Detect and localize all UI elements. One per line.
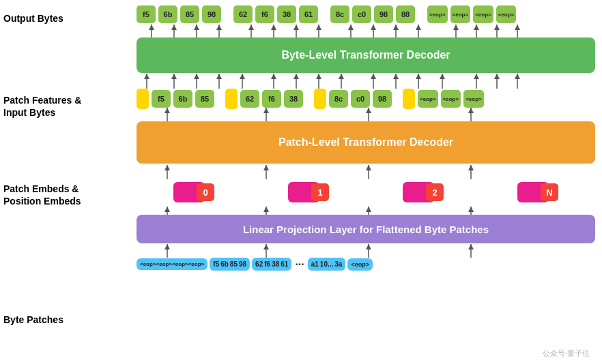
- svg-marker-23: [416, 25, 421, 30]
- watermark: 公众号·量子位: [543, 348, 590, 359]
- pf-eop2: <eop>: [441, 90, 461, 108]
- bp-a1: a1: [311, 260, 319, 268]
- output-eop-4: <eop>: [496, 5, 517, 23]
- svg-marker-37: [194, 74, 199, 79]
- bp-group4: a1 10... 3a: [308, 258, 346, 271]
- svg-marker-85: [366, 207, 371, 212]
- bp-f5: f5: [213, 260, 219, 268]
- bp-group3: 62 f6 38 61: [252, 258, 291, 271]
- pf-85: 85: [195, 90, 214, 108]
- svg-marker-81: [164, 207, 170, 212]
- svg-marker-95: [468, 244, 474, 249]
- pf-f6: f6: [262, 90, 281, 108]
- patch-feat-yellow-1: [137, 89, 149, 109]
- embed-num-1: 1: [311, 183, 329, 201]
- main-content: f5 6b 85 98 62 f6 38 61 8c c0 98 88 <eop…: [137, 0, 602, 364]
- output-byte-6b: 6b: [158, 5, 177, 23]
- svg-marker-7: [216, 25, 222, 30]
- patch-embed-n: N: [517, 179, 558, 205]
- svg-marker-11: [271, 25, 276, 30]
- svg-marker-43: [271, 74, 276, 79]
- svg-marker-27: [474, 25, 479, 30]
- bp-dots: ···: [293, 258, 305, 271]
- embed-num-2: 2: [426, 183, 444, 201]
- svg-marker-33: [144, 74, 149, 79]
- patch-feat-yellow-2: [225, 89, 238, 109]
- patch-embeds-row: 0 1 2 N: [137, 179, 595, 205]
- svg-marker-53: [393, 74, 399, 79]
- svg-marker-89: [164, 244, 170, 249]
- row-labels: Output Bytes Patch Features & Input Byte…: [0, 0, 137, 364]
- bp-group5: <eop>: [347, 258, 373, 271]
- bp-3a: 3a: [334, 260, 342, 268]
- svg-marker-51: [371, 74, 376, 79]
- label-output-bytes: Output Bytes: [3, 12, 130, 25]
- pf-38: 38: [284, 90, 303, 108]
- bp-eop-seq: <eop><eop><eop><eop>: [140, 261, 204, 267]
- patch-transformer-box: Patch-Level Transformer Decoder: [137, 121, 595, 164]
- svg-marker-83: [263, 207, 269, 212]
- pf-6b: 6b: [173, 90, 192, 108]
- svg-marker-77: [366, 165, 371, 170]
- patch-feat-yellow-3: [314, 89, 326, 109]
- diagram-container: Output Bytes Patch Features & Input Byte…: [0, 0, 602, 364]
- svg-marker-59: [474, 74, 479, 79]
- patch-embed-0: 0: [173, 179, 214, 205]
- output-byte-f6: f6: [255, 5, 274, 23]
- bp-10: 10...: [320, 260, 333, 268]
- output-byte-98: 98: [202, 5, 221, 23]
- svg-marker-49: [339, 74, 344, 79]
- output-eop-1: <eop>: [427, 5, 448, 23]
- svg-marker-17: [348, 25, 354, 30]
- output-byte-88: 88: [396, 5, 415, 23]
- pf-c0: c0: [351, 90, 370, 108]
- patch-features-row: f5 6b 85 62 f6 38 8c c0 98 <eop> <eop> <…: [137, 89, 595, 109]
- byte-transformer-box: Byte-Level Transformer Decoder: [137, 37, 595, 73]
- patch-transformer-label: Patch-Level Transformer Decoder: [278, 136, 453, 149]
- svg-marker-87: [468, 207, 474, 212]
- svg-marker-41: [240, 74, 245, 79]
- pf-f5: f5: [152, 90, 171, 108]
- output-byte-85: 85: [180, 5, 199, 23]
- label-patch-features: Patch Features & Input Bytes: [3, 94, 130, 119]
- bp-f6: f6: [264, 260, 270, 268]
- bp-group2: f5 6b 85 98: [210, 258, 250, 271]
- bp-6b: 6b: [220, 260, 229, 268]
- svg-marker-39: [216, 74, 222, 79]
- pf-8c: 8c: [329, 90, 348, 108]
- bp-group1: <eop><eop><eop><eop>: [137, 258, 207, 270]
- svg-marker-21: [393, 25, 399, 30]
- svg-marker-5: [194, 25, 199, 30]
- linear-projection-box: Linear Projection Layer for Flattened By…: [137, 215, 595, 243]
- svg-marker-1: [149, 25, 154, 30]
- output-byte-38: 38: [277, 5, 296, 23]
- svg-marker-75: [263, 165, 269, 170]
- pf-eop3: <eop>: [463, 90, 484, 108]
- linear-projection-label: Linear Projection Layer for Flattened By…: [243, 224, 489, 235]
- svg-marker-15: [316, 25, 321, 30]
- svg-marker-93: [366, 244, 371, 249]
- svg-marker-3: [171, 25, 177, 30]
- bp-eop-end: <eop>: [351, 261, 369, 268]
- output-byte-8c: 8c: [330, 5, 349, 23]
- svg-marker-25: [453, 25, 459, 30]
- output-byte-61: 61: [299, 5, 318, 23]
- svg-marker-29: [494, 25, 500, 30]
- byte-transformer-label: Byte-Level Transformer Decoder: [281, 49, 450, 61]
- svg-marker-91: [263, 244, 269, 249]
- svg-marker-57: [440, 74, 445, 79]
- byte-patches-row: <eop><eop><eop><eop> f5 6b 85 98 62 f6 3…: [137, 258, 595, 271]
- output-eop-2: <eop>: [450, 5, 471, 23]
- patch-embed-2: 2: [403, 179, 444, 205]
- svg-marker-45: [293, 74, 299, 79]
- output-byte-98b: 98: [374, 5, 393, 23]
- label-byte-patches: Byte Patches: [3, 314, 130, 326]
- svg-marker-55: [416, 74, 421, 79]
- bp-61: 61: [281, 260, 288, 268]
- pf-eop1: <eop>: [418, 90, 438, 108]
- output-byte-c0: c0: [352, 5, 371, 23]
- svg-marker-9: [248, 25, 254, 30]
- svg-marker-61: [494, 74, 500, 79]
- svg-marker-13: [293, 25, 299, 30]
- pf-62: 62: [240, 90, 259, 108]
